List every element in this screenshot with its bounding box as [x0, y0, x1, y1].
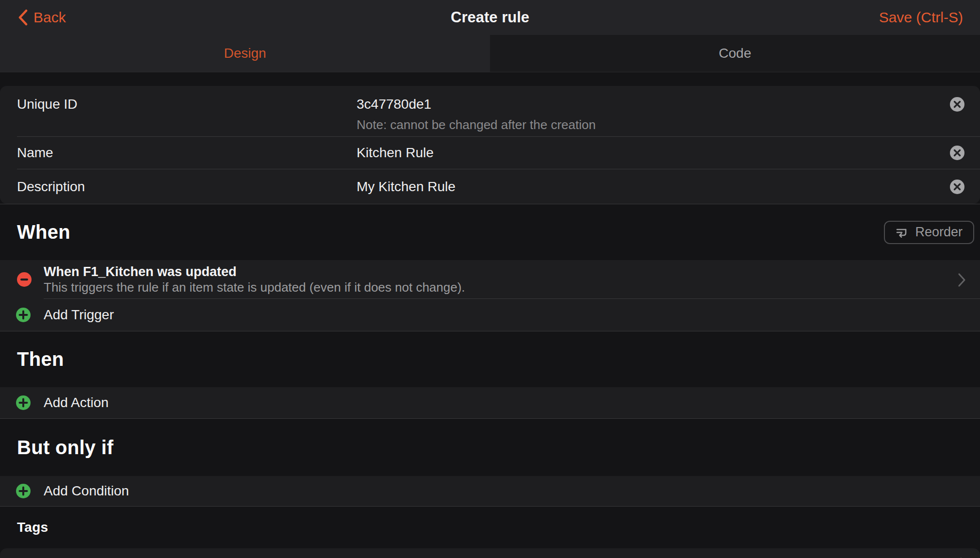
xmark-circle-icon[interactable]: [950, 97, 964, 112]
then-title: Then: [17, 348, 64, 370]
reorder-button[interactable]: Reorder: [884, 221, 974, 244]
xmark-circle-icon[interactable]: [950, 146, 964, 160]
add-condition-button[interactable]: Add Condition: [0, 476, 980, 506]
name-row: Name Kitchen Rule: [0, 137, 980, 169]
save-button[interactable]: Save (Ctrl-S): [879, 9, 963, 26]
actions-card: Add Action: [0, 387, 980, 418]
tab-design[interactable]: Design: [0, 35, 490, 72]
add-trigger-button[interactable]: Add Trigger: [0, 299, 980, 331]
trigger-description: This triggers the rule if an item state …: [44, 280, 465, 295]
when-title: When: [17, 221, 70, 243]
name-label: Name: [17, 145, 357, 161]
unique-id-label: Unique ID: [17, 94, 357, 136]
trigger-row[interactable]: When F1_Kitchen was updated This trigger…: [0, 260, 980, 298]
back-button[interactable]: Back: [17, 9, 66, 26]
semantic-class-label: Semantic Class: [17, 556, 112, 558]
triggers-card: When F1_Kitchen was updated This trigger…: [0, 260, 980, 331]
semantic-class-row[interactable]: Semantic Class None: [0, 548, 980, 558]
tags-title: Tags: [17, 520, 48, 535]
create-rule-screen: Back Create rule Save (Ctrl-S) Design Co…: [0, 0, 980, 558]
reorder-icon: [896, 227, 908, 238]
tags-card: Semantic Class None: [0, 548, 980, 558]
back-label: Back: [33, 9, 66, 26]
tags-section-header: Tags: [0, 507, 980, 548]
description-row: Description My Kitchen Rule: [0, 169, 980, 204]
reorder-label: Reorder: [915, 225, 963, 240]
add-action-label: Add Action: [44, 395, 109, 410]
xmark-circle-icon[interactable]: [950, 180, 964, 194]
tabbar: Design Code: [0, 35, 980, 72]
add-action-button[interactable]: Add Action: [0, 387, 980, 418]
add-condition-label: Add Condition: [44, 483, 129, 499]
tab-code[interactable]: Code: [490, 35, 980, 72]
rule-form-content: Unique ID 3c47780de1 Note: cannot be cha…: [0, 72, 980, 558]
unique-id-input[interactable]: 3c47780de1: [357, 94, 596, 115]
page-title: Create rule: [0, 9, 980, 26]
add-trigger-label: Add Trigger: [44, 307, 114, 323]
description-label: Description: [17, 179, 357, 195]
rule-identity-card: Unique ID 3c47780de1 Note: cannot be cha…: [0, 86, 980, 204]
unique-id-note: Note: cannot be changed after the creati…: [357, 115, 596, 134]
chevron-right-icon: [958, 273, 966, 287]
plus-circle-icon: [16, 308, 31, 322]
then-section-header: Then: [0, 331, 980, 387]
semantic-class-value: None: [901, 556, 934, 558]
navbar: Back Create rule Save (Ctrl-S): [0, 0, 980, 35]
but-only-if-section-header: But only if: [0, 419, 980, 476]
but-only-if-title: But only if: [17, 437, 114, 459]
chevron-left-icon: [17, 9, 29, 26]
plus-circle-icon: [16, 484, 31, 498]
description-input[interactable]: My Kitchen Rule: [357, 179, 456, 195]
when-section-header: When Reorder: [0, 204, 980, 260]
name-input[interactable]: Kitchen Rule: [357, 145, 434, 161]
trigger-title: When F1_Kitchen was updated: [44, 263, 465, 280]
unique-id-row: Unique ID 3c47780de1 Note: cannot be cha…: [0, 86, 980, 136]
conditions-card: Add Condition: [0, 476, 980, 506]
minus-circle-icon[interactable]: [17, 272, 32, 287]
plus-circle-icon: [16, 395, 31, 410]
